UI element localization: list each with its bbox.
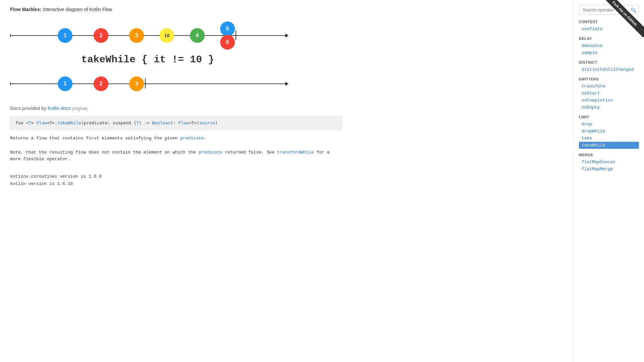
sidebar-item-onstart[interactable]: onStart: [579, 90, 639, 97]
docs-description: Returns a flow that contains first eleme…: [10, 135, 342, 163]
sig-boolean-link[interactable]: Boolean: [152, 120, 170, 125]
page-title: Flow Marbles: Interactive diagram of Kot…: [10, 7, 342, 12]
output-marble-line: 1 2 3: [10, 72, 285, 96]
sig-T-link[interactable]: T: [29, 120, 31, 125]
sidebar-item-takewhile[interactable]: takeWhile: [579, 142, 639, 149]
category-limit: LIMIT: [579, 115, 639, 119]
sidebar-item-drop[interactable]: drop: [579, 121, 639, 128]
kotlin-docs-link[interactable]: Kotlin docs: [48, 106, 70, 111]
input-axis: [10, 35, 285, 36]
input-marble-line: 1 2 3 10 4 5 6: [10, 22, 285, 49]
input-stop: [236, 30, 236, 40]
docs-provided: Docs provided by Kotlin docs (original): [10, 106, 342, 111]
sig-source-link[interactable]: source: [199, 120, 215, 125]
output-marble-3: 3: [129, 76, 144, 91]
output-marble-1: 1: [58, 76, 72, 91]
sidebar-item-transform[interactable]: transform: [579, 83, 639, 90]
version-info: kotlinx.coroutines version is 1.6.0 kotl…: [10, 173, 342, 188]
desc-para-1: Returns a flow that contains first eleme…: [10, 135, 342, 142]
marble-10: 10: [159, 28, 174, 43]
sidebar-item-onempty[interactable]: onEmpty: [579, 104, 639, 111]
page-title-prefix: Flow Marbles:: [10, 7, 41, 12]
sig-flow-link[interactable]: Flow: [37, 120, 47, 125]
sig-T2-link[interactable]: T: [136, 120, 139, 125]
output-axis-arrow: [285, 82, 289, 86]
category-emitters: EMITTERS: [579, 77, 639, 81]
sidebar: 🔍 CONTEXT conflate DELAY debounce sample…: [574, 0, 644, 362]
operator-label: takeWhile { it != 10 }: [10, 54, 285, 65]
signature-code: fun <T> Flow<T>.takeWhile(predicate: sus…: [15, 120, 218, 125]
content-area: Flow Marbles: Interactive diagram of Kot…: [0, 0, 352, 362]
version-kotlin: kotlin version is 1.6.10: [10, 180, 342, 188]
sidebar-item-oncompletion[interactable]: onCompletion: [579, 97, 639, 104]
sidebar-item-take[interactable]: take: [579, 135, 639, 142]
docs-provided-text: Docs provided by: [10, 106, 46, 111]
marble-5: 5: [220, 21, 235, 36]
output-marble-2: 2: [94, 76, 108, 91]
main-layout: Flow Marbles: Interactive diagram of Kot…: [0, 0, 644, 362]
page-title-suffix: Interactive diagram of Kotlin Flow: [43, 7, 112, 12]
docs-section: Docs provided by Kotlin docs (original) …: [10, 106, 342, 188]
marble-diagram: 1 2 3 10 4 5 6 takeWhile { it != 10 }: [10, 22, 285, 96]
marble-6: 6: [220, 35, 235, 50]
predicate-link-1[interactable]: predicate: [180, 136, 204, 141]
sidebar-item-dropwhile[interactable]: dropWhile: [579, 128, 639, 135]
transformwhile-link[interactable]: transformWhile: [277, 150, 314, 155]
input-axis-arrow: [285, 34, 289, 38]
marble-2: 2: [94, 28, 108, 43]
sidebar-item-debounce[interactable]: debounce: [579, 42, 639, 49]
output-axis: [10, 83, 285, 84]
sidebar-item-distinctuntilchanged[interactable]: distinctUntilChanged: [579, 66, 639, 73]
desc-para-2: Note, that the resulting flow does not c…: [10, 149, 342, 163]
original-link[interactable]: (original): [72, 106, 88, 111]
category-distinct: DISTINCT: [579, 60, 639, 64]
category-merge: MERGE: [579, 153, 639, 157]
fork-ribbon-link[interactable]: Fork me on GitHub: [604, 0, 644, 38]
code-signature: fun <T> Flow<T>.takeWhile(predicate: sus…: [10, 116, 342, 130]
predicate-link-2[interactable]: predicate: [199, 150, 222, 155]
sig-flow2-link[interactable]: Flow: [178, 120, 189, 125]
marble-3: 3: [129, 28, 144, 43]
fork-ribbon: Fork me on GitHub: [604, 0, 644, 40]
sidebar-item-flatmapconcat[interactable]: flatMapConcat: [579, 159, 639, 166]
output-stop: [145, 78, 146, 88]
marble-1: 1: [58, 28, 72, 43]
version-coroutines: kotlinx.coroutines version is 1.6.0: [10, 173, 342, 180]
sidebar-item-flatmapmerge[interactable]: flatMapMerge: [579, 166, 639, 173]
marble-4: 4: [190, 28, 205, 43]
sig-takewhile-link[interactable]: takeWhile: [57, 120, 81, 125]
sidebar-item-sample[interactable]: sample: [579, 49, 639, 56]
